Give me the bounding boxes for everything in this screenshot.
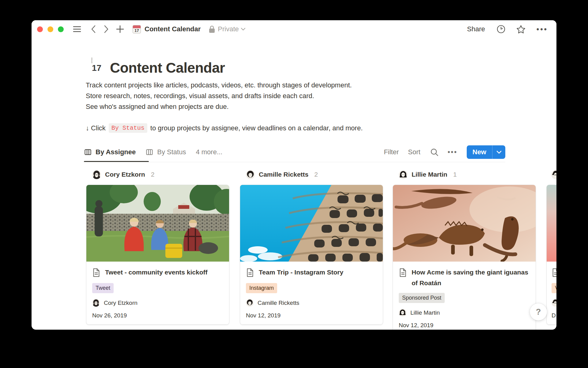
- chevron-down-icon: [496, 151, 502, 154]
- tab-label: By Assignee: [96, 148, 136, 156]
- avatar-cory-etzkorn: [92, 299, 100, 307]
- close-button[interactable]: [37, 26, 43, 32]
- board-view-icon: [84, 148, 92, 156]
- help-button[interactable]: ?: [530, 303, 547, 320]
- titlebar: 17 Content Calendar Private Share •••: [32, 20, 556, 38]
- page-description: Track content projects like articles, po…: [86, 80, 352, 112]
- card-due-date: D: [552, 312, 556, 319]
- column-header[interactable]: Lillie Martin 1: [393, 169, 536, 180]
- search-button[interactable]: [430, 148, 439, 156]
- column-name: Cory Etzkorn: [105, 171, 145, 178]
- card-assignee: Cory Etzkorn: [92, 299, 223, 307]
- card-assignee: Lillie Martin: [399, 309, 530, 316]
- traffic-lights: [37, 26, 64, 32]
- privacy-label[interactable]: Private: [218, 25, 239, 33]
- new-page-button[interactable]: [116, 25, 124, 33]
- column-count: 2: [314, 171, 318, 178]
- board-column-lillie-martin: Lillie Martin 1: [393, 164, 536, 330]
- zoom-button[interactable]: [58, 26, 64, 32]
- titlebar-page-title[interactable]: Content Calendar: [145, 25, 201, 33]
- card-body: Video D: [547, 262, 556, 324]
- tab-label: By Status: [157, 148, 186, 156]
- card-tweet-community-events[interactable]: Tweet - community events kickoff Tweet C…: [86, 185, 229, 324]
- column-count: 2: [151, 171, 155, 178]
- avatar-camille-ricketts: [246, 299, 254, 307]
- new-dropdown-button[interactable]: [492, 145, 505, 159]
- avatar-camille-ricketts: [246, 170, 255, 179]
- collection-more-button[interactable]: •••: [448, 148, 458, 156]
- page-title: Content Calendar: [110, 59, 225, 76]
- new-button[interactable]: New: [467, 145, 492, 159]
- filter-button[interactable]: Filter: [384, 148, 399, 156]
- page-document-icon: [246, 268, 254, 278]
- description-line: See who's assigned and when projects are…: [86, 101, 352, 112]
- hamburger-icon: [73, 26, 81, 33]
- card-due-date: Nov 12, 2019: [246, 312, 377, 319]
- sidebar-menu-button[interactable]: [73, 26, 81, 33]
- page-icon[interactable]: JUL 17: [92, 58, 92, 63]
- tag-instagram: Instagram: [246, 283, 277, 293]
- instruction-line: ↓ Click By Status to group projects by a…: [86, 123, 363, 133]
- board-column-camille-ricketts: Camille Ricketts 2: [240, 164, 383, 324]
- page-favicon: 17: [133, 25, 141, 33]
- card-assignee: [552, 299, 556, 307]
- calendar-emoji-icon: JUL 17: [92, 57, 92, 63]
- toolbar-divider: [84, 162, 505, 162]
- card-team-trip-instagram-story[interactable]: Team Trip - Instagram Story Instagram Ca…: [240, 185, 383, 324]
- tab-by-assignee[interactable]: By Assignee: [84, 148, 136, 156]
- more-views-button[interactable]: 4 more...: [196, 148, 222, 156]
- tag-sponsored-post: Sponsored Post: [399, 293, 445, 303]
- minimize-button[interactable]: [47, 26, 53, 32]
- page-document-icon: [399, 268, 407, 288]
- instruction-suffix: to group projects by assignee, view dead…: [150, 124, 363, 132]
- column-name: Lillie Martin: [412, 171, 447, 178]
- calendar-emoji-icon: 17: [133, 25, 141, 33]
- tag-video: Video: [552, 283, 556, 293]
- column-header[interactable]: [547, 169, 556, 180]
- more-options-button[interactable]: •••: [537, 25, 548, 33]
- star-icon: [516, 25, 526, 34]
- assignee-name: Lillie Martin: [410, 309, 440, 316]
- lock-icon: [209, 25, 215, 33]
- page-document-icon: [552, 268, 556, 278]
- tab-by-status[interactable]: By Status: [145, 148, 186, 156]
- avatar-partial: [551, 170, 556, 179]
- board-column-cory-etzkorn: Cory Etzkorn 2: [86, 164, 229, 324]
- clock-icon: [497, 25, 505, 33]
- updates-button[interactable]: [497, 25, 505, 33]
- favorite-button[interactable]: [516, 25, 526, 34]
- gradient-photo: [547, 185, 556, 262]
- instruction-prefix: ↓ Click: [86, 124, 106, 132]
- collection-controls: Filter Sort ••• New: [384, 145, 505, 159]
- iguanas-photo: [393, 185, 536, 262]
- assignee-name: Cory Etzkorn: [104, 300, 138, 306]
- column-header[interactable]: Camille Ricketts 2: [240, 169, 383, 180]
- sort-button[interactable]: Sort: [408, 148, 420, 156]
- chevron-right-icon: [104, 25, 109, 33]
- share-button[interactable]: Share: [467, 25, 485, 33]
- collection-toolbar: By Assignee By Status 4 more... Filter S…: [84, 144, 505, 160]
- column-header[interactable]: Cory Etzkorn 2: [86, 169, 229, 180]
- privacy-chevron-down-icon[interactable]: [241, 28, 246, 31]
- avatar-lillie-martin: [399, 309, 406, 316]
- festival-crowd-photo: [86, 185, 229, 262]
- card-iguanas-article[interactable]: How Acme is saving the giant iguanas of …: [393, 185, 536, 330]
- forward-button[interactable]: [104, 25, 109, 33]
- avatar-partial: [552, 299, 556, 307]
- casa-mila-building-photo: [240, 185, 383, 262]
- description-line: Store research, notes, recordings, visua…: [86, 90, 352, 101]
- card-due-date: Nov 26, 2019: [92, 312, 223, 319]
- card-partial[interactable]: Video D: [547, 185, 556, 324]
- column-name: Camille Ricketts: [259, 171, 308, 178]
- column-count: 1: [453, 171, 457, 178]
- board-column-partial: Video D: [547, 164, 556, 324]
- card-body: Team Trip - Instagram Story Instagram Ca…: [240, 262, 383, 324]
- card-title: How Acme is saving the giant iguanas of …: [412, 267, 530, 288]
- board-by-assignee: Cory Etzkorn 2: [32, 164, 556, 330]
- back-button[interactable]: [91, 25, 96, 33]
- card-body: Tweet - community events kickoff Tweet C…: [86, 262, 229, 324]
- plus-icon: [116, 25, 124, 33]
- card-body: How Acme is saving the giant iguanas of …: [393, 262, 536, 330]
- avatar-lillie-martin: [399, 170, 408, 179]
- chevron-left-icon: [91, 25, 96, 33]
